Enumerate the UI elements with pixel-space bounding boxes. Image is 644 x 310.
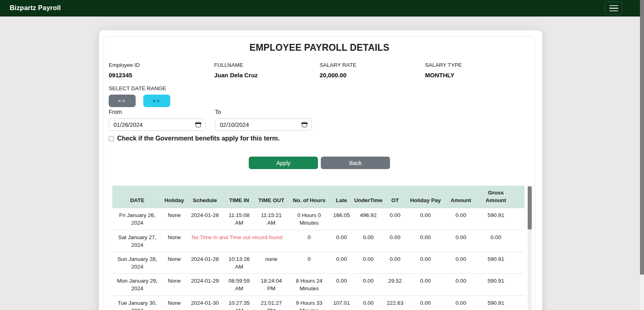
table-cell: 0.00 [384,230,406,252]
employee-id-label: Employee ID [109,62,214,68]
employee-info: Employee ID 0912345 FULLNAME Juan Dela C… [109,62,530,79]
salary-rate-field: SALARY RATE 20,000.00 [320,62,425,79]
table-cell: 0.00 [406,296,445,310]
table-cell: 2024-01-28 [186,252,223,273]
column-header: Gross Amount [477,186,524,208]
table-row: Sun January 28, 2024None2024-01-2810:13:… [112,252,524,273]
navbar-toggle-button[interactable] [605,2,622,15]
missing-record-message: No Time in and Time out record found [186,230,288,252]
hamburger-icon [609,5,618,6]
payroll-table: DATEHolidayScheduleTIME INTIME OUTNo. of… [112,186,524,310]
from-date-input[interactable]: 01/26/2024 [109,118,206,131]
column-header: UnderTime [353,186,384,208]
payroll-card: EMPLOYEE PAYROLL DETAILS Employee ID 091… [99,30,542,310]
next-period-button[interactable]: >> [143,95,170,107]
table-body: Fri January 26, 2024None2024-01-2611:15:… [112,208,524,310]
table-cell: 0.00 [330,274,353,296]
page-scrollbar[interactable] [640,0,644,310]
hamburger-icon [609,10,618,12]
table-cell: 0 Hours 0 Minutes [288,208,330,230]
table-cell: 0.00 [445,208,477,230]
column-header: Amount [445,186,477,208]
fullname-field: FULLNAME Juan Dela Cruz [214,62,320,79]
table-cell: 0.00 [477,230,524,252]
table-cell: 590.91 [477,274,524,296]
calendar-icon[interactable] [302,122,307,127]
table-cell: 11:15:21 AM [255,208,288,230]
table-cell: 0.00 [406,274,445,296]
payroll-card-inner: EMPLOYEE PAYROLL DETAILS Employee ID 091… [103,36,535,310]
payroll-table-container: DATEHolidayScheduleTIME INTIME OUTNo. of… [112,186,532,310]
hamburger-icon [609,8,618,9]
app-brand: Bizpartz Payroll [10,4,61,12]
table-cell: 08:59:59 AM [223,274,255,296]
column-header: TIME OUT [255,186,288,208]
column-header: No. of Hours [288,186,330,208]
back-button[interactable]: Back [321,157,390,169]
table-cell: 10:13:26 AM [223,252,255,273]
column-header: OT [384,186,406,208]
apply-button[interactable]: Apply [249,157,318,169]
table-cell: 0.00 [353,274,384,296]
table-cell: None [162,230,186,252]
table-cell: 0.00 [406,230,445,252]
column-header: Schedule [186,186,223,208]
to-date-value: 02/10/2024 [220,122,249,128]
calendar-icon[interactable] [196,122,201,127]
page-title: EMPLOYEE PAYROLL DETAILS [109,42,530,53]
page-scrollbar-thumb[interactable] [640,0,644,275]
table-scrollbar[interactable] [528,186,532,310]
salary-type-value: MONTHLY [425,72,530,79]
table-cell: 590.91 [477,208,524,230]
table-cell: Sun January 28, 2024 [112,252,162,273]
table-row: Sat January 27, 2024NoneNo Time in and T… [112,230,524,252]
table-cell: 2024-01-29 [186,274,223,296]
table-cell: 0.00 [330,230,353,252]
table-cell: none [255,252,288,273]
table-cell: 0.00 [406,252,445,273]
table-cell: 0.00 [406,208,445,230]
table-cell: 166.05 [330,208,353,230]
table-row: Fri January 26, 2024None2024-01-2611:15:… [112,208,524,230]
column-header: Holiday Pay [406,186,445,208]
action-buttons: Apply Back [109,157,530,169]
table-cell: 0.00 [384,208,406,230]
table-cell: Tue January 30, 2024 [112,296,162,310]
government-benefits-row: Check if the Government benefits apply f… [109,135,530,142]
table-cell: 2024-01-30 [186,296,223,310]
table-cell: 590.91 [477,296,524,310]
table-cell: 0.00 [330,252,353,273]
employee-id-value: 0912345 [109,72,214,79]
table-cell: 11:15:08 AM [223,208,255,230]
column-header: Holiday [162,186,186,208]
table-cell: 107.01 [330,296,353,310]
table-scrollbar-thumb[interactable] [528,186,532,229]
table-cell: None [162,274,186,296]
from-date-value: 01/26/2024 [114,122,143,128]
salary-rate-value: 20,000.00 [320,72,425,79]
to-date-input[interactable]: 02/10/2024 [215,118,312,131]
government-benefits-checkbox[interactable] [109,136,114,141]
table-cell: None [162,252,186,273]
table-header-row: DATEHolidayScheduleTIME INTIME OUTNo. of… [112,186,524,208]
column-header: TIME IN [223,186,255,208]
navbar: Bizpartz Payroll [0,0,640,17]
table-cell: 2024-01-26 [186,208,223,230]
table-cell: 222.63 [384,296,406,310]
table-cell: 590.91 [477,252,524,273]
table-row: Mon January 29, 2024None2024-01-2908:59:… [112,274,524,296]
column-header: Late [330,186,353,208]
previous-period-button[interactable]: << [109,95,136,107]
table-cell: Sat January 27, 2024 [112,230,162,252]
salary-rate-label: SALARY RATE [320,62,425,68]
table-cell: 0.00 [445,230,477,252]
table-cell: 0.00 [445,296,477,310]
salary-type-field: SALARY TYPE MONTHLY [425,62,530,79]
salary-type-label: SALARY TYPE [425,62,530,68]
table-cell: 0 [288,252,330,273]
date-range-inputs: From 01/26/2024 To 02/10/2024 [109,109,530,131]
table-cell: 10:27:35 AM [223,296,255,310]
fullname-label: FULLNAME [214,62,320,68]
table-row: Tue January 30, 2024None2024-01-3010:27:… [112,296,524,310]
table-cell: 0.00 [353,252,384,273]
